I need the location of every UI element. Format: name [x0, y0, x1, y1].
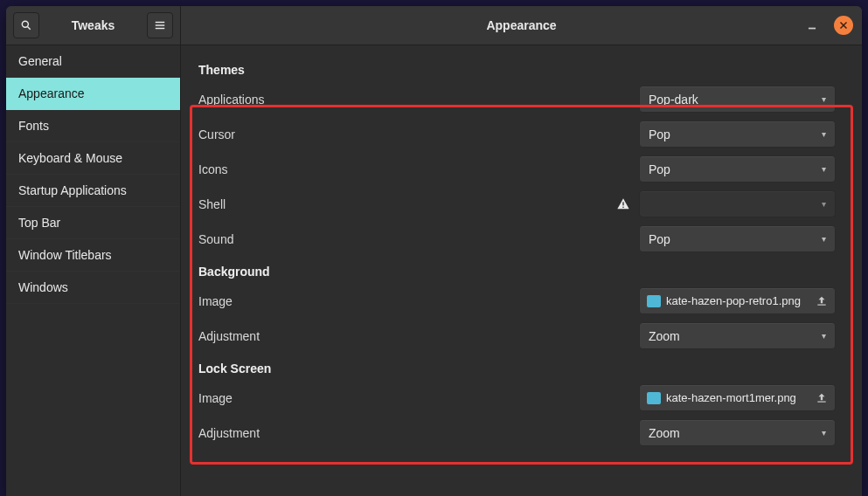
upload-icon: [816, 295, 828, 307]
dropdown-value: Pop: [649, 127, 822, 141]
hamburger-icon: [154, 19, 166, 31]
row-sound: Sound Pop ▾: [198, 225, 836, 252]
row-ls-adjustment: Adjustment Zoom ▾: [198, 419, 836, 446]
lockscreen-heading: Lock Screen: [198, 362, 836, 375]
svg-rect-10: [817, 304, 825, 305]
sidebar-item-general[interactable]: General: [6, 45, 180, 78]
svg-rect-8: [622, 202, 623, 205]
sidebar-item-top-bar[interactable]: Top Bar: [6, 207, 180, 239]
chevron-down-icon: ▾: [822, 428, 826, 437]
background-heading: Background: [198, 265, 836, 279]
page-title: Appearance: [486, 18, 556, 32]
chevron-down-icon: ▾: [822, 331, 826, 341]
chevron-down-icon: ▾: [822, 199, 826, 209]
row-ls-image: Image kate-hazen-mort1mer.png: [198, 384, 836, 411]
svg-rect-11: [817, 401, 825, 402]
lockscreen-image-chooser[interactable]: kate-hazen-mort1mer.png: [639, 384, 836, 411]
search-button[interactable]: [13, 12, 39, 38]
menu-button[interactable]: [147, 12, 173, 38]
shell-dropdown: ▾: [639, 190, 836, 217]
row-applications: Applications Pop-dark ▾: [198, 86, 836, 113]
image-thumbnail-icon: [647, 392, 661, 404]
body: General Appearance Fonts Keyboard & Mous…: [6, 45, 862, 496]
applications-dropdown[interactable]: Pop-dark ▾: [639, 86, 836, 113]
sound-dropdown[interactable]: Pop ▾: [639, 225, 836, 252]
sidebar-item-keyboard-mouse[interactable]: Keyboard & Mouse: [6, 142, 180, 175]
label-ls-image: Image: [198, 391, 639, 405]
icons-dropdown[interactable]: Pop ▾: [639, 155, 836, 183]
window-controls: [802, 16, 853, 35]
lockscreen-adjustment-dropdown[interactable]: Zoom ▾: [639, 419, 836, 446]
sidebar-item-label: General: [18, 54, 62, 68]
cursor-dropdown[interactable]: Pop ▾: [639, 121, 836, 148]
search-icon: [20, 19, 32, 31]
sidebar-item-label: Appearance: [18, 86, 85, 100]
file-name: kate-hazen-mort1mer.png: [666, 391, 810, 404]
tweaks-window: Tweaks Appearance General Appearance Fon…: [6, 6, 862, 496]
sidebar-item-window-titlebars[interactable]: Window Titlebars: [6, 239, 180, 272]
close-icon: [838, 20, 849, 31]
titlebar-right: Appearance: [181, 6, 862, 45]
label-bg-adjustment: Adjustment: [198, 329, 639, 343]
label-shell: Shell: [198, 197, 616, 211]
close-button[interactable]: [834, 16, 853, 35]
file-name: kate-hazen-pop-retro1.png: [666, 294, 810, 307]
sidebar-item-label: Fonts: [18, 119, 49, 133]
chevron-down-icon: ▾: [822, 234, 826, 244]
sidebar-item-label: Windows: [18, 280, 68, 294]
dropdown-value: Pop: [649, 232, 822, 246]
background-adjustment-dropdown[interactable]: Zoom ▾: [639, 322, 836, 349]
image-thumbnail-icon: [647, 295, 661, 307]
dropdown-value: Pop-dark: [649, 93, 822, 107]
sidebar-item-label: Top Bar: [18, 216, 60, 230]
sidebar-item-label: Startup Applications: [18, 183, 127, 197]
upload-icon: [816, 392, 828, 404]
dropdown-value: Zoom: [649, 426, 822, 440]
minimize-button[interactable]: [802, 16, 822, 35]
row-bg-adjustment: Adjustment Zoom ▾: [198, 322, 836, 349]
dropdown-value: Pop: [649, 162, 822, 176]
label-sound: Sound: [198, 232, 639, 246]
row-shell: Shell ▾: [198, 190, 836, 217]
label-cursor: Cursor: [198, 127, 639, 141]
warning-icon: [616, 197, 630, 211]
themes-heading: Themes: [198, 63, 836, 77]
content-pane: Themes Applications Pop-dark ▾ Cursor Po…: [181, 45, 862, 496]
sidebar-item-label: Window Titlebars: [18, 248, 112, 262]
sidebar-item-label: Keyboard & Mouse: [18, 151, 122, 165]
titlebar: Tweaks Appearance: [6, 6, 862, 45]
sidebar: General Appearance Fonts Keyboard & Mous…: [6, 45, 181, 496]
appearance-settings: Themes Applications Pop-dark ▾ Cursor Po…: [181, 45, 862, 472]
chevron-down-icon: ▾: [822, 164, 826, 174]
row-icons: Icons Pop ▾: [198, 155, 836, 183]
background-image-chooser[interactable]: kate-hazen-pop-retro1.png: [639, 287, 836, 314]
sidebar-item-windows[interactable]: Windows: [6, 272, 180, 304]
chevron-down-icon: ▾: [822, 129, 826, 139]
app-title: Tweaks: [45, 18, 142, 32]
minimize-icon: [806, 19, 818, 31]
svg-rect-9: [622, 206, 623, 207]
svg-point-0: [22, 21, 28, 27]
sidebar-item-fonts[interactable]: Fonts: [6, 110, 180, 142]
row-cursor: Cursor Pop ▾: [198, 121, 836, 148]
label-ls-adjustment: Adjustment: [198, 426, 639, 440]
chevron-down-icon: ▾: [822, 94, 826, 104]
svg-line-1: [27, 26, 30, 29]
sidebar-item-startup-applications[interactable]: Startup Applications: [6, 175, 180, 207]
sidebar-item-appearance[interactable]: Appearance: [6, 78, 180, 110]
label-bg-image: Image: [198, 294, 639, 308]
label-applications: Applications: [198, 93, 639, 107]
titlebar-left: Tweaks: [6, 6, 181, 45]
label-icons: Icons: [198, 162, 639, 176]
dropdown-value: Zoom: [649, 329, 822, 343]
row-bg-image: Image kate-hazen-pop-retro1.png: [198, 287, 836, 314]
